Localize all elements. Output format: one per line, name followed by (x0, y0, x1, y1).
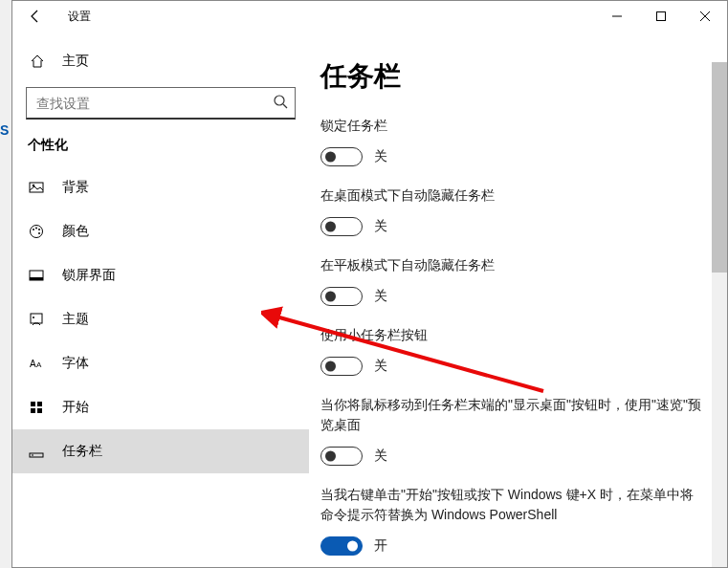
setting-block-1: 在桌面模式下自动隐藏任务栏关 (320, 186, 704, 236)
setting-label: 使用小任务栏按钮 (320, 325, 704, 345)
toggle-row: 关 (320, 357, 704, 376)
svg-rect-6 (30, 183, 43, 192)
minimize-icon (612, 11, 622, 21)
svg-text:A: A (36, 360, 42, 369)
setting-block-0: 锁定任务栏关 (320, 116, 704, 166)
setting-label: 在平板模式下自动隐藏任务栏 (320, 255, 704, 275)
toggle-switch[interactable] (320, 536, 363, 556)
close-icon (700, 11, 710, 21)
svg-point-16 (33, 317, 34, 318)
window-controls (595, 1, 727, 32)
setting-block-4: 当你将鼠标移动到任务栏末端的"显示桌面"按钮时，使用"速览"预览桌面关 (320, 395, 704, 466)
toggle-knob (325, 222, 336, 232)
back-icon (28, 9, 43, 24)
settings-list: 锁定任务栏关在桌面模式下自动隐藏任务栏关在平板模式下自动隐藏任务栏关使用小任务栏… (320, 116, 704, 567)
toggle-row: 开 (320, 536, 704, 556)
svg-rect-15 (31, 314, 42, 323)
svg-line-5 (283, 104, 287, 108)
sidebar-item-label: 锁屏界面 (62, 267, 116, 284)
search-wrap (26, 87, 296, 120)
category-label: 个性化 (12, 137, 309, 165)
settings-window: 设置 主页 (11, 0, 728, 568)
toggle-switch[interactable] (320, 357, 363, 376)
back-button[interactable] (20, 1, 51, 32)
font-icon: AA (28, 355, 45, 372)
window-title: 设置 (68, 9, 91, 25)
setting-label: 当我右键单击"开始"按钮或按下 Windows 键+X 时，在菜单中将命令提示符… (320, 485, 704, 525)
minimize-button[interactable] (595, 1, 639, 32)
search-icon (273, 94, 288, 113)
svg-rect-22 (37, 408, 42, 413)
toggle-state-text: 关 (374, 288, 387, 305)
sidebar-item-1[interactable]: 颜色 (12, 209, 309, 253)
page-title: 任务栏 (320, 58, 704, 95)
toggle-knob (325, 292, 336, 302)
sidebar-item-label: 背景 (62, 179, 89, 196)
sidebar-item-6[interactable]: 任务栏 (12, 429, 309, 473)
scrollbar-track[interactable] (712, 62, 727, 567)
toggle-knob (325, 361, 336, 372)
maximize-button[interactable] (639, 1, 683, 32)
background-letter: S (0, 122, 9, 138)
toggle-state-text: 关 (374, 448, 387, 465)
svg-point-12 (38, 232, 40, 234)
titlebar: 设置 (12, 1, 727, 32)
sidebar-item-label: 开始 (62, 399, 89, 416)
body-area: 主页 个性化 背景颜色锁屏界面主题AA字体开始任务栏 任务栏 锁定任务栏关在桌面… (12, 32, 727, 567)
svg-text:A: A (30, 359, 36, 369)
svg-point-10 (35, 228, 37, 229)
close-button[interactable] (683, 1, 727, 32)
svg-point-11 (38, 229, 40, 230)
toggle-knob (325, 152, 336, 163)
setting-label: 锁定任务栏 (320, 116, 704, 136)
scrollbar-thumb[interactable] (712, 62, 727, 273)
setting-label: 当你将鼠标移动到任务栏末端的"显示桌面"按钮时，使用"速览"预览桌面 (320, 395, 704, 435)
main-content: 任务栏 锁定任务栏关在桌面模式下自动隐藏任务栏关在平板模式下自动隐藏任务栏关使用… (309, 32, 727, 567)
sidebar-item-label: 字体 (62, 355, 89, 372)
sidebar-item-0[interactable]: 背景 (12, 165, 309, 209)
toggle-row: 关 (320, 447, 704, 466)
maximize-icon (656, 11, 666, 21)
start-icon (28, 399, 45, 416)
toggle-knob (347, 541, 358, 552)
svg-rect-1 (657, 12, 666, 21)
home-icon (30, 54, 45, 69)
titlebar-left: 设置 (12, 1, 91, 32)
sidebar-item-label: 颜色 (62, 223, 89, 240)
picture-icon (28, 179, 45, 196)
sidebar: 主页 个性化 背景颜色锁屏界面主题AA字体开始任务栏 (12, 32, 309, 567)
setting-block-5: 当我右键单击"开始"按钮或按下 Windows 键+X 时，在菜单中将命令提示符… (320, 485, 704, 556)
setting-label: 在桌面模式下自动隐藏任务栏 (320, 186, 704, 206)
search-input[interactable] (26, 87, 296, 120)
svg-rect-19 (31, 402, 35, 406)
sidebar-item-label: 主题 (62, 311, 89, 328)
sidebar-item-5[interactable]: 开始 (12, 385, 309, 429)
svg-point-8 (31, 226, 43, 238)
toggle-row: 关 (320, 147, 704, 166)
svg-rect-21 (31, 408, 35, 413)
toggle-switch[interactable] (320, 147, 363, 166)
search-box (26, 87, 296, 120)
svg-rect-24 (32, 455, 33, 456)
sidebar-item-2[interactable]: 锁屏界面 (12, 253, 309, 297)
svg-point-4 (275, 96, 284, 105)
toggle-row: 关 (320, 217, 704, 236)
toggle-state-text: 关 (374, 148, 387, 165)
toggle-switch[interactable] (320, 287, 363, 306)
theme-icon (28, 311, 45, 328)
toggle-switch[interactable] (320, 447, 363, 466)
home-label: 主页 (62, 53, 89, 70)
sidebar-item-4[interactable]: AA字体 (12, 341, 309, 385)
nav-list: 背景颜色锁屏界面主题AA字体开始任务栏 (12, 165, 309, 473)
toggle-state-text: 关 (374, 218, 387, 235)
home-link[interactable]: 主页 (12, 43, 309, 79)
toggle-row: 关 (320, 287, 704, 306)
svg-rect-20 (37, 402, 42, 406)
taskbar-icon (28, 443, 45, 460)
toggle-switch[interactable] (320, 217, 363, 236)
setting-block-2: 在平板模式下自动隐藏任务栏关 (320, 255, 704, 306)
sidebar-item-3[interactable]: 主题 (12, 297, 309, 341)
setting-block-3: 使用小任务栏按钮关 (320, 325, 704, 376)
svg-rect-14 (30, 277, 43, 280)
svg-point-9 (33, 229, 34, 230)
